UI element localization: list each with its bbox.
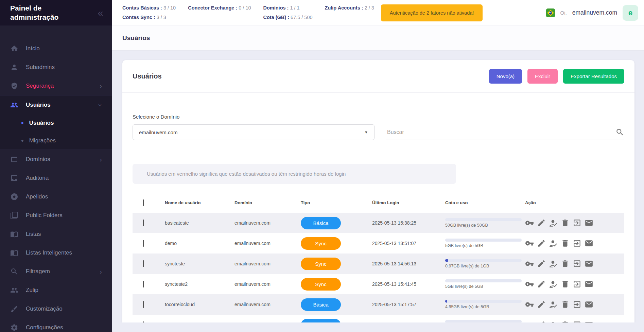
- actions-cell: [525, 259, 624, 268]
- stat: Contas Básicas : 3 / 10: [122, 4, 176, 12]
- sidebar-item-seguranca[interactable]: Segurança›: [0, 76, 112, 95]
- header-checkbox-cell: [133, 200, 165, 205]
- trash-icon[interactable]: [561, 259, 570, 268]
- sidebar-subitem-migracoes[interactable]: •Migrações: [0, 132, 112, 150]
- person-check-icon[interactable]: [549, 239, 558, 248]
- sidebar-item-label: Customização: [26, 305, 63, 312]
- stat-column: Domínios : 1 / 1Cota (GB) : 67.5 / 500: [263, 4, 313, 21]
- row-checkbox[interactable]: [143, 260, 144, 267]
- delete-button[interactable]: Excluir: [527, 69, 558, 84]
- username-cell: demo: [165, 241, 234, 246]
- key-icon[interactable]: [525, 259, 534, 268]
- person-check-icon[interactable]: [549, 280, 558, 289]
- type-cell: Sync: [301, 278, 372, 291]
- row-checkbox[interactable]: [143, 321, 144, 322]
- stat-column: Zulip Accounts : 2 / 3: [325, 4, 374, 12]
- row-checkbox[interactable]: [143, 281, 144, 287]
- table-row: tocorreiocloudemailnuvem.comBásica2025-0…: [133, 294, 624, 315]
- sign-in-icon[interactable]: [573, 320, 581, 322]
- type-cell: Básica: [301, 298, 372, 311]
- quota-cell: 0.97GB livre(s) de 1GB: [445, 259, 525, 268]
- mail-icon[interactable]: [585, 219, 593, 227]
- domain-select[interactable]: emailnuvem.com ▼: [133, 124, 375, 140]
- edit-icon[interactable]: [537, 280, 546, 289]
- trash-icon[interactable]: [561, 280, 570, 289]
- mail-icon[interactable]: [585, 239, 593, 248]
- trash-icon[interactable]: [561, 320, 570, 322]
- trash-icon[interactable]: [561, 239, 570, 248]
- edit-icon[interactable]: [537, 239, 546, 248]
- table-row: basicatesteemailnuvem.comBásica2025-05-1…: [133, 213, 624, 233]
- new-button[interactable]: Novo(a): [489, 69, 522, 84]
- person-check-icon[interactable]: [549, 259, 558, 268]
- sign-in-icon[interactable]: [573, 280, 581, 289]
- brazil-flag-icon[interactable]: [546, 8, 555, 17]
- topbar-stats: Contas Básicas : 3 / 10Contas Sync : 3 /…: [122, 4, 374, 21]
- search-input[interactable]: [386, 129, 615, 136]
- notice-banner: Usuários em vermelho significa que estão…: [133, 164, 456, 184]
- mail-icon[interactable]: [585, 320, 593, 322]
- edit-icon[interactable]: [537, 300, 546, 309]
- domain-select-block: Selecione o Domínio emailnuvem.com ▼: [133, 114, 375, 140]
- edit-icon[interactable]: [537, 219, 546, 227]
- quota-bar: [445, 259, 522, 262]
- sidebar-item-customizacao[interactable]: Customização: [0, 299, 112, 318]
- trash-icon[interactable]: [561, 300, 570, 309]
- quota-bar: [445, 218, 522, 221]
- type-badge: Básica: [301, 319, 341, 323]
- mail-icon[interactable]: [585, 300, 593, 309]
- people-icon: [10, 101, 18, 109]
- edit-icon[interactable]: [537, 259, 546, 268]
- stat: Conector Exchange : 0 / 10: [188, 4, 251, 12]
- sidebar-item-label: Public Folders: [26, 212, 63, 219]
- book-icon: [10, 230, 18, 238]
- key-icon[interactable]: [525, 320, 534, 322]
- trash-icon[interactable]: [561, 219, 570, 227]
- avatar[interactable]: e: [623, 5, 638, 21]
- sidebar-item-label: Listas: [26, 231, 41, 238]
- sidebar-subitem-label: Usuários: [29, 120, 54, 126]
- key-icon[interactable]: [525, 300, 534, 309]
- edit-icon[interactable]: [537, 320, 546, 322]
- brush-icon: [10, 305, 18, 313]
- key-icon[interactable]: [525, 239, 534, 248]
- quota-bar: [445, 279, 522, 282]
- mail-icon[interactable]: [585, 280, 593, 289]
- collapse-sidebar-icon[interactable]: «: [98, 8, 103, 18]
- sidebar-item-apelidos[interactable]: Apelidos: [0, 187, 112, 206]
- sidebar-item-dominios[interactable]: Domínios›: [0, 150, 112, 169]
- last-login-cell: 2025-05-13 15:17:57: [372, 302, 445, 307]
- sidebar-item-configuracoes[interactable]: Configurações: [0, 318, 112, 332]
- row-checkbox[interactable]: [143, 220, 144, 226]
- mail-icon[interactable]: [585, 259, 593, 268]
- sidebar-item-inicio[interactable]: Início: [0, 39, 112, 58]
- sign-in-icon[interactable]: [573, 300, 581, 309]
- row-checkbox[interactable]: [143, 240, 144, 247]
- sidebar-item-subadmins[interactable]: Subadmins: [0, 58, 112, 76]
- two-factor-warning-button[interactable]: Autenticação de 2 fatores não ativada!: [381, 4, 483, 21]
- sidebar-item-auditoria[interactable]: Auditoria: [0, 169, 112, 187]
- person-check-icon[interactable]: [549, 320, 558, 322]
- table-row: synctesteemailnuvem.comSync2025-05-13 14…: [133, 254, 624, 274]
- search-icon[interactable]: [615, 128, 624, 137]
- sidebar-item-listas[interactable]: Listas: [0, 225, 112, 243]
- username-cell: syncteste2: [165, 281, 234, 287]
- sign-in-icon[interactable]: [573, 259, 581, 268]
- sidebar-item-listas-inteligentes[interactable]: Listas Inteligentes: [0, 243, 112, 262]
- sidebar-item-filtragem[interactable]: Filtragem›: [0, 262, 112, 281]
- key-icon[interactable]: [525, 219, 534, 227]
- sidebar-item-usuarios[interactable]: Usuários›: [0, 95, 112, 114]
- person-check-icon[interactable]: [549, 300, 558, 309]
- key-icon[interactable]: [525, 280, 534, 289]
- sidebar-item-public-folders[interactable]: Public Folders: [0, 206, 112, 225]
- sign-in-icon[interactable]: [573, 239, 581, 248]
- select-all-checkbox[interactable]: [143, 199, 144, 206]
- person-check-icon[interactable]: [549, 219, 558, 227]
- row-checkbox[interactable]: [143, 301, 144, 308]
- sign-in-icon[interactable]: [573, 219, 581, 227]
- sidebar-nav: InícioSubadminsSegurança›Usuários›•Usuár…: [0, 25, 112, 332]
- column-header-tipo: Tipo: [301, 200, 372, 205]
- sidebar-subitem-usuarios[interactable]: •Usuários: [0, 114, 112, 132]
- export-results-button[interactable]: Exportar Resultados: [563, 69, 624, 84]
- sidebar-item-zulip[interactable]: Zulip: [0, 281, 112, 299]
